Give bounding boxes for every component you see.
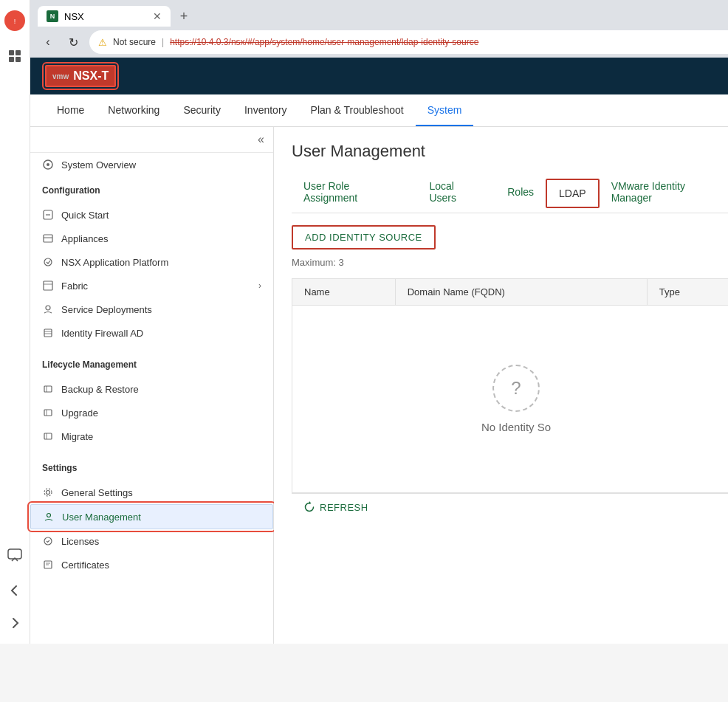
sidebar-item-system-overview[interactable]: System Overview [30,153,273,176]
sidebar-collapse-button[interactable]: « [258,133,264,146]
general-settings-icon [42,486,54,498]
sidebar-item-label: User Management [62,512,141,523]
sub-tab-ldap[interactable]: LDAP [546,179,600,208]
sidebar-item-label: NSX Application Platform [61,257,168,268]
sub-tabs: User Role Assignment Local Users Roles L… [292,173,728,213]
svg-rect-3 [16,50,21,55]
sub-tab-vmware-identity-manager[interactable]: VMware Identity Manager [600,173,728,213]
svg-point-27 [44,489,52,496]
svg-rect-17 [44,329,52,337]
active-tab[interactable]: N NSX ✕ [38,6,171,27]
upgrade-icon [42,407,54,419]
os-forward-icon[interactable] [0,608,30,638]
empty-state-icon-container: ? [492,365,540,412]
main-nav: Home Networking Security Inventory Plan … [30,94,728,127]
svg-rect-14 [44,281,52,290]
page-title: User Management [292,142,728,161]
sub-tab-roles[interactable]: Roles [495,179,546,207]
notification-badge: ! [4,10,25,31]
table-col-name: Name [292,279,396,306]
main-panel: User Management User Role Assignment Loc… [274,127,728,644]
tab-favicon: N [47,10,58,22]
sidebar-section-settings: Settings [30,454,273,481]
os-sidebar: ! [0,0,30,644]
vmw-label: vmw [52,72,69,80]
svg-point-26 [47,491,50,495]
platform-icon [42,256,54,268]
sidebar-item-user-management[interactable]: User Management [30,504,273,529]
app-title: NSX-T [73,69,109,83]
fabric-chevron-icon: › [258,281,261,291]
refresh-button[interactable]: REFRESH [320,502,368,513]
svg-point-8 [47,163,49,166]
refresh-icon [303,501,315,513]
back-button[interactable]: ‹ [38,32,58,52]
app-container: vmw NSX-T Home Networking Security Inven… [30,58,728,644]
sidebar-item-upgrade[interactable]: Upgrade [30,401,273,424]
svg-rect-20 [44,386,52,392]
sidebar-section-label-configuration: Configuration [42,185,261,196]
browser-tab-bar: N NSX ✕ + [30,0,728,27]
sidebar-item-certificates[interactable]: Certificates [30,553,273,577]
os-back-icon[interactable] [0,576,30,605]
nav-plan-troubleshoot[interactable]: Plan & Troubleshoot [299,95,416,126]
sidebar-item-identity-firewall-ad[interactable]: Identity Firewall AD [30,321,273,345]
new-tab-button[interactable]: + [174,6,194,27]
os-window-icon[interactable] [0,41,30,71]
quick-start-icon [42,209,54,221]
sidebar-item-appliances[interactable]: Appliances [30,227,273,250]
sidebar-item-label: Backup & Restore [61,384,139,395]
user-management-icon [43,511,55,523]
licenses-icon [42,535,54,547]
appliances-icon [42,233,54,244]
sidebar-item-label: Appliances [61,233,109,244]
question-mark-icon: ? [511,378,521,399]
sidebar-section-lifecycle: Lifecycle Management [30,351,273,377]
nav-inventory[interactable]: Inventory [233,95,299,126]
sidebar-item-label: Upgrade [61,407,98,419]
nav-networking[interactable]: Networking [96,95,171,126]
sidebar-item-licenses[interactable]: Licenses [30,529,273,553]
sidebar-item-label: Quick Start [61,210,109,221]
svg-point-28 [47,514,51,517]
sidebar-item-nsx-application-platform[interactable]: NSX Application Platform [30,250,273,274]
os-chat-icon[interactable] [0,540,30,570]
svg-point-13 [44,258,52,266]
service-deployments-icon [42,303,54,315]
sidebar-item-label: Migrate [61,431,93,442]
add-identity-source-button[interactable]: ADD IDENTITY SOURCE [292,225,436,250]
sidebar-item-label: Licenses [61,536,99,547]
sidebar-item-backup-restore[interactable]: Backup & Restore [30,377,273,401]
svg-rect-22 [44,410,52,416]
tab-close-button[interactable]: ✕ [153,10,162,22]
sidebar-item-migrate[interactable]: Migrate [30,424,273,448]
address-bar[interactable]: ⚠ Not secure | https://10.4.0.3/nsx/#/ap… [89,30,728,54]
security-warning-icon: ⚠ [98,37,107,48]
refresh-bar: REFRESH [292,493,728,520]
nav-home[interactable]: Home [45,95,96,126]
sidebar-item-service-deployments[interactable]: Service Deployments [30,297,273,321]
sidebar-item-label: Identity Firewall AD [61,328,143,339]
svg-point-16 [46,306,50,310]
sidebar-item-label: Certificates [61,560,109,571]
nav-security[interactable]: Security [171,95,233,126]
reload-button[interactable]: ↻ [63,32,83,52]
app-logo: vmw NSX-T [45,65,116,87]
nav-system[interactable]: System [416,95,474,126]
sidebar-item-fabric[interactable]: Fabric › [30,274,273,297]
migrate-icon [42,430,54,442]
sub-tab-local-users[interactable]: Local Users [417,173,495,213]
svg-rect-2 [9,50,14,55]
sidebar-item-general-settings[interactable]: General Settings [30,481,273,504]
sidebar-item-quick-start[interactable]: Quick Start [30,203,273,227]
svg-rect-5 [16,57,21,62]
table-col-domain: Domain Name (FQDN) [395,279,647,306]
sidebar-header: « [30,127,273,153]
fabric-icon [42,280,54,292]
svg-rect-11 [44,235,52,242]
empty-state: ? No Identity So [292,306,728,492]
os-profile-icon[interactable]: ! [0,6,30,35]
svg-text:!: ! [14,18,16,25]
sub-tab-user-role-assignment[interactable]: User Role Assignment [292,173,417,213]
svg-rect-4 [9,57,14,62]
